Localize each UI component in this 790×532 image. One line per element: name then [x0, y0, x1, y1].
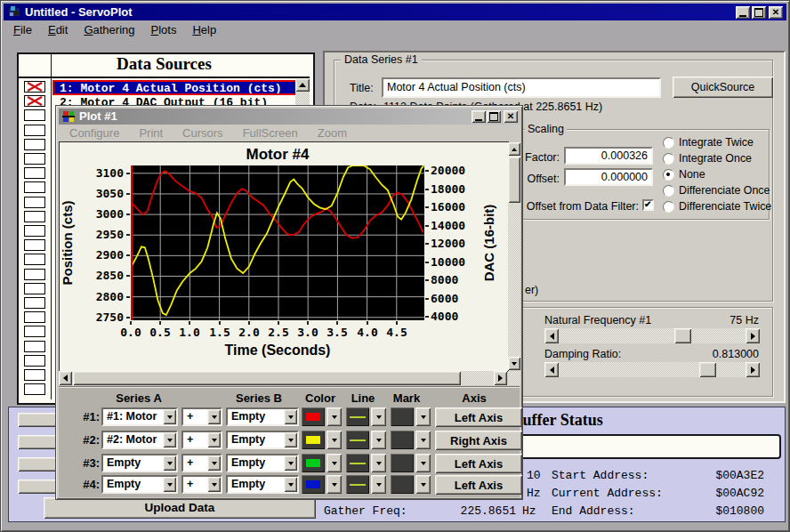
series-a-dropdown-4[interactable]: Empty	[101, 475, 178, 494]
source-checkbox-8[interactable]	[24, 181, 45, 193]
chart-hscrollbar[interactable]	[59, 371, 507, 385]
plot-minimize-button[interactable]	[472, 110, 486, 123]
maximize-button[interactable]	[752, 6, 766, 19]
radio-circle[interactable]	[663, 169, 674, 181]
mark-style-swatch-2[interactable]	[391, 431, 414, 449]
axis-button-2[interactable]: Right Axis	[435, 431, 522, 450]
operator-dropdown-3[interactable]: +	[181, 454, 222, 472]
slider-left-arrow[interactable]	[544, 362, 559, 377]
source-checkbox-17[interactable]	[24, 311, 45, 323]
radio-circle[interactable]	[663, 153, 674, 165]
series-b-dropdown-2[interactable]: Empty	[226, 431, 299, 449]
plot-menu-print[interactable]: Print	[129, 125, 173, 141]
radio-differenciate-twice[interactable]: Differenciate Twice	[660, 199, 785, 214]
scale-factor-input[interactable]: 0.000326	[564, 147, 653, 165]
menu-gathering[interactable]: Gathering	[76, 21, 142, 38]
chevron-down-icon[interactable]	[415, 431, 431, 449]
axis-button-3[interactable]: Left Axis	[435, 454, 522, 473]
series-a-dropdown-1[interactable]: #1: Motor	[101, 407, 178, 426]
line-style-swatch-2[interactable]	[346, 431, 369, 449]
main-titlebar[interactable]: Untitled - ServoPlot ✕	[4, 4, 786, 20]
source-checkbox-7[interactable]	[24, 167, 45, 179]
menu-edit[interactable]: Edit	[40, 21, 76, 38]
source-checkbox-6[interactable]	[24, 153, 45, 165]
source-checkbox-18[interactable]	[24, 326, 45, 337]
line-style-swatch-1[interactable]	[346, 407, 369, 426]
source-checkbox-9[interactable]	[24, 197, 45, 208]
scroll-left-button[interactable]	[59, 371, 72, 385]
color-swatch-2[interactable]	[302, 431, 325, 449]
source-checkbox-3[interactable]	[24, 109, 45, 121]
source-checkbox-4[interactable]	[24, 125, 45, 136]
source-checkbox-16[interactable]	[24, 297, 45, 309]
line-style-swatch-3[interactable]	[346, 454, 369, 472]
minimize-button[interactable]	[736, 6, 750, 19]
series-a-dropdown-2[interactable]: #2: Motor	[101, 431, 178, 449]
plot-menu-zoom[interactable]: Zoom	[308, 125, 357, 141]
damping-ratio-slider[interactable]	[544, 362, 760, 377]
menu-help[interactable]: Help	[184, 21, 224, 38]
series-b-dropdown-3[interactable]: Empty	[226, 454, 299, 472]
source-checkbox-20[interactable]	[24, 355, 45, 367]
source-checkbox-15[interactable]	[24, 283, 45, 294]
remove-offset-checkbox[interactable]: ✔	[642, 199, 654, 211]
hscroll-thumb[interactable]	[73, 371, 461, 385]
chevron-down-icon[interactable]	[163, 409, 176, 424]
color-swatch-3[interactable]	[302, 454, 325, 472]
radio-circle[interactable]	[663, 185, 674, 197]
chevron-down-icon[interactable]	[415, 454, 431, 472]
plot-close-button[interactable]: ✕	[504, 110, 518, 123]
source-checkbox-22[interactable]	[24, 383, 45, 395]
chevron-down-icon[interactable]	[163, 432, 176, 447]
color-swatch-4[interactable]	[302, 475, 325, 494]
slider-left-arrow[interactable]	[544, 328, 559, 343]
chevron-down-icon[interactable]	[371, 431, 386, 449]
source-checkbox-12[interactable]	[24, 239, 45, 251]
chevron-down-icon[interactable]	[207, 432, 221, 447]
mark-style-swatch-3[interactable]	[391, 454, 414, 472]
chevron-down-icon[interactable]	[415, 407, 431, 426]
scroll-up-button[interactable]	[508, 142, 520, 156]
source-checkbox-14[interactable]	[24, 269, 45, 280]
chevron-down-icon[interactable]	[371, 407, 386, 426]
radio-none[interactable]: None	[660, 167, 785, 181]
natural-frequency-thumb[interactable]	[674, 328, 691, 343]
mark-style-swatch-4[interactable]	[391, 475, 414, 494]
vscroll-thumb[interactable]	[508, 157, 520, 203]
plot-titlebar[interactable]: Plot #1 ✕	[59, 109, 520, 125]
radio-differenciate-once[interactable]: Differenciate Once	[660, 183, 785, 197]
mark-style-swatch-1[interactable]	[391, 407, 414, 426]
plot-menu-fullscreen[interactable]: FullScreen	[233, 125, 308, 141]
series-title-input[interactable]: Motor 4 Actual Position (cts)	[382, 77, 661, 98]
quicksource-button[interactable]: QuickSource	[673, 77, 773, 98]
natural-frequency-slider[interactable]	[544, 328, 760, 343]
close-button[interactable]: ✕	[769, 6, 783, 19]
scroll-right-button[interactable]	[494, 371, 507, 385]
chevron-down-icon[interactable]	[326, 454, 342, 472]
chevron-down-icon[interactable]	[326, 475, 342, 494]
plot-menu-configure[interactable]: Configure	[60, 125, 129, 141]
radio-integrate-once[interactable]: Integrate Once	[660, 151, 785, 165]
source-checkbox-13[interactable]	[24, 254, 45, 265]
chevron-down-icon[interactable]	[163, 477, 176, 492]
scroll-up-button[interactable]	[295, 78, 310, 92]
series-b-dropdown-1[interactable]: Empty	[226, 407, 299, 426]
axis-button-1[interactable]: Left Axis	[435, 407, 522, 427]
chevron-down-icon[interactable]	[284, 432, 297, 447]
series-b-dropdown-4[interactable]: Empty	[226, 475, 299, 494]
source-checkbox-1[interactable]	[24, 81, 45, 93]
line-style-swatch-4[interactable]	[346, 475, 369, 494]
chevron-down-icon[interactable]	[284, 455, 297, 471]
chevron-down-icon[interactable]	[284, 477, 297, 492]
chevron-down-icon[interactable]	[371, 454, 386, 472]
radio-circle[interactable]	[663, 137, 674, 149]
slider-right-arrow[interactable]	[746, 362, 760, 377]
chevron-down-icon[interactable]	[207, 477, 221, 492]
chevron-down-icon[interactable]	[371, 475, 386, 494]
chevron-down-icon[interactable]	[326, 407, 342, 426]
upload-data-button[interactable]: Upload Data	[44, 497, 316, 519]
plot-maximize-button[interactable]	[487, 110, 501, 123]
operator-dropdown-2[interactable]: +	[181, 431, 222, 449]
chevron-down-icon[interactable]	[326, 431, 342, 449]
series-a-dropdown-3[interactable]: Empty	[101, 454, 178, 472]
